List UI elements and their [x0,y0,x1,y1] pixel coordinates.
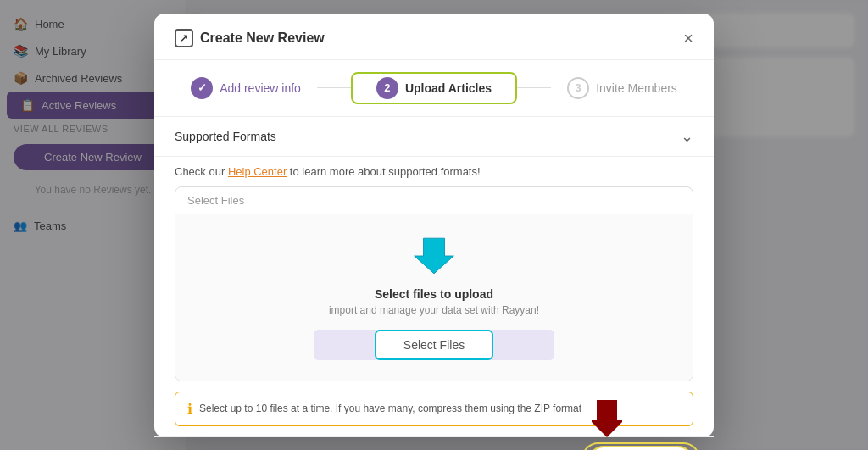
modal: ↗ Create New Review × ✓ Add review info … [154,14,714,437]
drop-subtitle: import and manage your data set with Ray… [329,304,539,316]
upload-arrow-icon [413,235,455,277]
step-1[interactable]: ✓ Add review info [175,77,317,99]
supported-formats-accordion[interactable]: Supported Formats ⌄ [154,117,714,157]
info-icon: ℹ [187,401,192,417]
modal-title: ↗ Create New Review [175,29,325,47]
step-3-circle: 3 [567,77,589,99]
steps-bar: ✓ Add review info 2 Upload Articles 3 In… [154,60,714,117]
close-button[interactable]: × [683,30,693,47]
modal-title-icon: ↗ [175,29,193,47]
step-divider-2 [517,87,551,88]
svg-marker-1 [592,400,622,437]
select-files-footer-wrapper: Select Files [588,446,693,451]
modal-overlay: ↗ Create New Review × ✓ Add review info … [0,0,868,450]
select-files-center-btn[interactable]: Select Files [375,330,493,360]
modal-body: Supported Formats ⌄ Check our Help Cente… [154,117,714,426]
step-divider-1 [317,87,351,88]
select-files-btn-group: Select Files [314,330,554,360]
step-3[interactable]: 3 Invite Members [551,77,693,99]
drop-zone: Select files to upload import and manage… [175,214,693,381]
supported-formats-label: Supported Formats [175,130,276,143]
step-2[interactable]: 2 Upload Articles [351,72,517,104]
select-files-left-btn[interactable] [314,330,374,360]
step-1-circle: ✓ [191,77,213,99]
svg-marker-0 [415,238,454,274]
modal-header: ↗ Create New Review × [154,14,714,60]
help-text: Check our Help Center to learn more abou… [154,157,714,186]
drop-title: Select files to upload [375,287,493,301]
annotation-arrow [592,400,622,441]
select-files-right-btn[interactable] [493,330,554,360]
select-files-input-bar: Select Files [175,187,693,214]
modal-footer: Skip Select Files [154,436,714,451]
upload-area: Select Files Select files to upload impo… [175,186,693,381]
select-files-footer-button[interactable]: Select Files [588,446,693,451]
help-center-link[interactable]: Help Center [228,165,287,178]
chevron-down-icon: ⌄ [681,127,693,146]
annotation-down-arrow-icon [592,400,622,437]
step-2-circle: 2 [376,77,398,99]
